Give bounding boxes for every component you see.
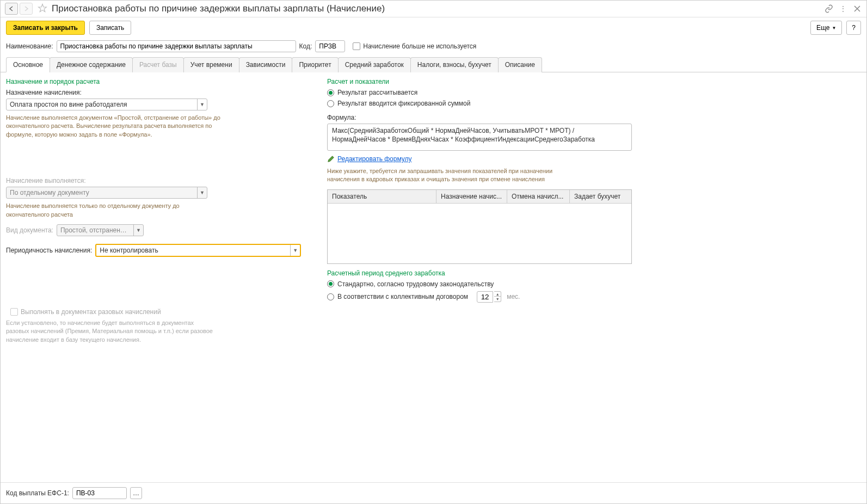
radio-standard[interactable] [327,280,334,287]
chevron-down-icon[interactable]: ▼ [290,245,300,256]
tab-money[interactable]: Денежное содержание [50,57,133,72]
perform-hint: Начисление выполняется только по отдельн… [6,202,224,219]
efs-input[interactable] [72,487,127,499]
chevron-down-icon: ▼ [832,26,836,30]
section-purpose-title: Назначение и порядок расчета [6,78,311,85]
chevron-down-icon: ▼ [133,225,143,236]
indicators-hint: Ниже укажите, требуется ли запрашивать з… [327,167,577,184]
months-label: мес. [507,293,520,300]
chevron-down-icon: ▼ [197,187,207,198]
period-select[interactable]: Не контролировать ▼ [95,244,301,257]
window-title: Приостановка работы по причине задержки … [52,3,824,14]
nav-forward-button[interactable] [20,3,33,15]
radio-calculated-label: Результат рассчитывается [337,89,417,96]
tab-deps[interactable]: Зависимости [239,57,293,72]
help-button[interactable]: ? [846,21,861,35]
doctype-value: Простой, отстранение от р [57,225,133,236]
perform-value: По отдельному документу [7,187,197,198]
indicators-table: Показатель Назначение начис... Отмена на… [327,189,632,264]
onetime-label: Выполнять в документах разовых начислени… [21,308,161,316]
radio-collective-label: В соответствии с коллективным договором [337,293,468,300]
th-indicator[interactable]: Показатель [328,190,436,203]
perform-label: Начисление выполняется: [6,177,311,185]
radio-standard-label: Стандартно, согласно трудовому законодат… [337,280,494,288]
spinner-up-icon[interactable]: ▲ [494,292,501,297]
ellipsis-icon: … [133,489,139,497]
tab-avg[interactable]: Средний заработок [338,57,411,72]
tab-time[interactable]: Учет времени [183,57,239,72]
th-cancel[interactable]: Отмена начисл... [507,190,570,203]
arrow-left-icon [8,6,15,11]
th-assign[interactable]: Назначение начис... [436,190,507,203]
close-icon[interactable] [852,4,862,14]
name-input[interactable] [57,40,296,52]
doctype-select: Простой, отстранение от р ▼ [57,224,144,236]
tab-desc[interactable]: Описание [498,57,542,72]
nav-back-button[interactable] [5,3,18,15]
tab-base[interactable]: Расчет базы [132,57,184,72]
edit-formula-link[interactable]: Редактировать формулу [327,155,632,163]
code-input[interactable] [315,40,345,52]
radio-fixed[interactable] [327,100,334,107]
radio-calculated[interactable] [327,89,334,96]
purpose-label: Назначение начисления: [6,89,311,96]
section-period-title: Расчетный период среднего заработка [327,269,632,277]
purpose-value: Оплата простоя по вине работодателя [7,99,197,110]
purpose-select[interactable]: Оплата простоя по вине работодателя ▼ [6,99,207,110]
tab-tax[interactable]: Налоги, взносы, бухучет [410,57,499,72]
not-used-label: Начисление больше не используется [363,42,476,50]
link-icon[interactable] [824,4,834,14]
section-calc-title: Расчет и показатели [327,78,632,85]
spinner-down-icon[interactable]: ▼ [494,297,501,302]
save-close-button[interactable]: Записать и закрыть [6,21,85,35]
more-button-label: Еще [816,24,829,32]
name-label: Наименование: [6,42,53,50]
onetime-hint: Если установлено, то начисление будет вы… [6,319,213,344]
edit-formula-label: Редактировать формулу [337,155,412,163]
perform-select: По отдельному документу ▼ [6,187,207,199]
radio-collective[interactable] [327,293,334,300]
formula-box: Макс(СреднийЗаработокОбщий * НормаДнейЧа… [327,124,632,151]
not-used-checkbox[interactable] [353,42,360,50]
doctype-label: Вид документа: [6,226,53,234]
efs-select-button[interactable]: … [130,487,142,499]
months-input[interactable] [477,291,493,303]
period-value: Не контролировать [96,245,290,256]
code-label: Код: [299,42,312,50]
purpose-hint: Начисление выполняется документом «Прост… [6,114,224,139]
formula-label: Формула: [327,114,632,121]
favorite-star-icon[interactable] [38,3,48,14]
more-button[interactable]: Еще ▼ [810,21,842,35]
chevron-down-icon[interactable]: ▼ [197,99,207,110]
tab-main[interactable]: Основное [6,57,50,72]
more-vertical-icon[interactable]: ⋮ [838,4,848,14]
table-body-empty [328,204,631,263]
save-button[interactable]: Записать [89,21,131,35]
arrow-right-icon [23,6,29,11]
efs-label: Код выплаты ЕФС-1: [6,489,69,497]
onetime-checkbox [10,308,18,316]
period-label: Периодичность начисления: [6,247,92,254]
th-accounting[interactable]: Задает бухучет [570,190,630,203]
tabs-bar: Основное Денежное содержание Расчет базы… [1,57,866,72]
pencil-icon [327,155,335,163]
radio-fixed-label: Результат вводится фиксированной суммой [337,100,470,107]
tab-priority[interactable]: Приоритет [292,57,338,72]
